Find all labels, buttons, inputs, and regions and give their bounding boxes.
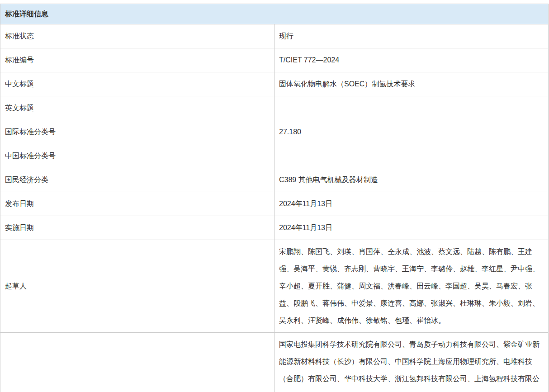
table-row: 中国标准分类号	[0, 144, 549, 168]
table-row: 国际标准分类号 27.180	[0, 120, 549, 144]
row-value: 国家电投集团科学技术研究院有限公司、青岛质子动力科技有限公司、紫金矿业新能源新材…	[274, 333, 549, 392]
table-row: 起草人 宋鹏翔、陈国飞、刘瑛、肖国萍、仝永成、池波、蔡文远、陆越、陈有鹏、王建强…	[0, 240, 549, 333]
row-label: 标准编号	[0, 48, 274, 72]
row-value: C389 其他电气机械及器材制造	[274, 168, 549, 192]
table-header-title: 标准详细信息	[0, 4, 549, 24]
table-row: 中文标题 固体氧化物电解水（SOEC）制氢技术要求	[0, 72, 549, 96]
table-header-row: 标准详细信息	[0, 4, 549, 24]
row-label: 发布日期	[0, 192, 274, 216]
row-label: 英文标题	[0, 96, 274, 120]
row-value: 2024年11月13日	[274, 216, 549, 240]
row-value: 2024年11月13日	[274, 192, 549, 216]
row-label: 中文标题	[0, 72, 274, 96]
row-label: 中国标准分类号	[0, 144, 274, 168]
row-value	[274, 144, 549, 168]
row-label: 标准状态	[0, 24, 274, 48]
table-row: 起草单位 国家电投集团科学技术研究院有限公司、青岛质子动力科技有限公司、紫金矿业…	[0, 333, 549, 392]
table-row: 英文标题	[0, 96, 549, 120]
standard-info-table: 标准详细信息 标准状态 现行 标准编号 T/CIET 772—2024 中文标题…	[0, 4, 549, 392]
table-row: 国民经济分类 C389 其他电气机械及器材制造	[0, 168, 549, 192]
row-value	[274, 96, 549, 120]
row-label: 国际标准分类号	[0, 120, 274, 144]
table-row: 标准编号 T/CIET 772—2024	[0, 48, 549, 72]
row-value: 现行	[274, 24, 549, 48]
row-value: 固体氧化物电解水（SOEC）制氢技术要求	[274, 72, 549, 96]
standard-info-table-body: 标准状态 现行 标准编号 T/CIET 772—2024 中文标题 固体氧化物电…	[0, 24, 549, 392]
table-row: 发布日期 2024年11月13日	[0, 192, 549, 216]
table-row: 标准状态 现行	[0, 24, 549, 48]
row-value: 27.180	[274, 120, 549, 144]
row-label: 起草单位	[0, 333, 274, 392]
table-row: 实施日期 2024年11月13日	[0, 216, 549, 240]
row-value: 宋鹏翔、陈国飞、刘瑛、肖国萍、仝永成、池波、蔡文远、陆越、陈有鹏、王建强、吴海平…	[274, 240, 549, 333]
row-label: 起草人	[0, 240, 274, 333]
row-label: 国民经济分类	[0, 168, 274, 192]
standard-detail-page: 标准详细信息 标准状态 现行 标准编号 T/CIET 772—2024 中文标题…	[0, 0, 549, 392]
row-label: 实施日期	[0, 216, 274, 240]
row-value: T/CIET 772—2024	[274, 48, 549, 72]
